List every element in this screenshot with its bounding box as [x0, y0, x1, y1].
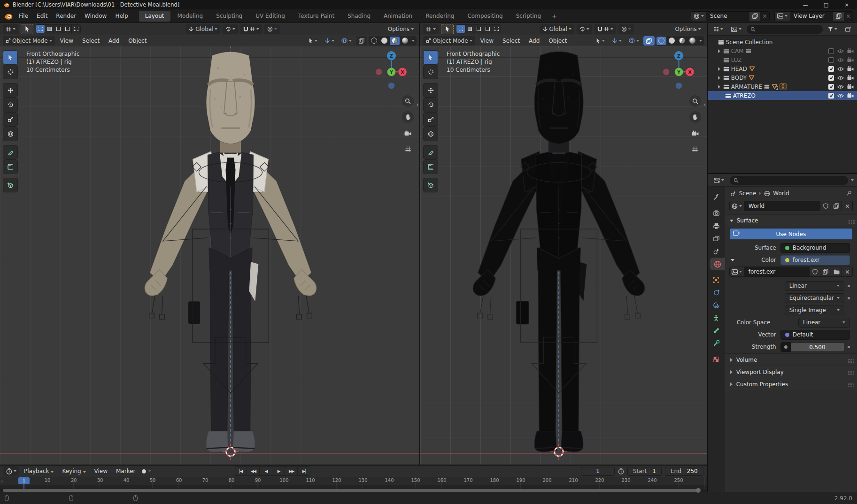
select-mode-intersect[interactable]	[492, 25, 501, 33]
vector-field[interactable]: Default	[780, 330, 850, 340]
active-tool-icon[interactable]	[21, 24, 33, 34]
tool-measure[interactable]	[3, 160, 17, 174]
exclude-checkbox[interactable]	[828, 57, 834, 63]
exclude-checkbox[interactable]	[828, 66, 834, 72]
tab-object-data-armature[interactable]	[708, 312, 725, 324]
gizmos-dropdown[interactable]	[322, 36, 337, 46]
expand-arrow-icon[interactable]	[718, 49, 720, 53]
options-dropdown[interactable]: Options	[385, 24, 417, 34]
editor-type-button[interactable]	[710, 24, 726, 34]
tool-move[interactable]	[3, 84, 17, 97]
scene-browse-button[interactable]	[691, 12, 706, 21]
view-layer-copy-button[interactable]	[833, 12, 844, 21]
object-menu[interactable]: Object	[124, 38, 150, 44]
transform-orientation-dropdown[interactable]: Global	[540, 24, 574, 34]
exclude-checkbox[interactable]	[828, 93, 834, 99]
timeline-view-menu[interactable]: View	[91, 468, 111, 474]
scene-unlink-button[interactable]	[760, 12, 769, 21]
zoom-icon[interactable]	[402, 95, 414, 107]
add-menu[interactable]: Add	[105, 38, 123, 44]
strength-slider[interactable]: 0.500	[780, 342, 844, 352]
exclude-checkbox[interactable]	[828, 75, 834, 81]
render-camera-icon[interactable]	[847, 48, 854, 53]
tab-object[interactable]	[708, 274, 725, 286]
color-space-select[interactable]: Linear	[798, 318, 850, 328]
timeline-track-area[interactable]	[0, 485, 707, 489]
render-camera-icon[interactable]	[847, 66, 854, 71]
view-layer-remove-button[interactable]	[844, 12, 853, 21]
outliner-row-atrezo[interactable]: ATREZO	[708, 91, 857, 100]
tool-transform[interactable]	[424, 127, 438, 141]
tab-rendering[interactable]: Rendering	[419, 11, 460, 22]
tool-scale[interactable]	[3, 113, 17, 126]
options-dropdown[interactable]: Options	[672, 24, 703, 34]
tab-output[interactable]	[708, 220, 725, 232]
select-mode-set[interactable]	[36, 25, 45, 33]
xray-toggle[interactable]	[356, 36, 367, 46]
tab-scene[interactable]	[708, 245, 725, 258]
proportional-editing-toggle[interactable]	[618, 24, 634, 34]
viewport-canvas-right[interactable]: Front Orthographic (1) ATREZO | rig 10 C…	[420, 46, 707, 465]
object-visibility-dropdown[interactable]	[306, 36, 320, 46]
menu-file[interactable]: File	[15, 11, 32, 21]
tool-cursor[interactable]	[3, 65, 17, 79]
active-tool-icon[interactable]	[441, 24, 454, 34]
hide-eye-icon[interactable]	[837, 76, 844, 80]
zoom-icon[interactable]	[689, 95, 701, 107]
tool-select-box[interactable]	[424, 51, 438, 64]
pan-hand-icon[interactable]	[689, 111, 701, 123]
tab-modeling[interactable]: Modeling	[171, 11, 209, 22]
view-layer-name-field[interactable]: View Layer	[790, 13, 833, 19]
snap-toggle[interactable]	[240, 24, 262, 34]
pivot-point-dropdown[interactable]	[223, 24, 238, 34]
panel-drag-grip[interactable]	[848, 371, 849, 373]
tool-rotate[interactable]	[3, 98, 17, 112]
outliner-row-armature[interactable]: ARMATURE 2	[708, 82, 857, 91]
select-mode-set[interactable]	[456, 25, 465, 33]
ortho-toggle-icon[interactable]	[402, 143, 414, 155]
keying-menu[interactable]: Keying	[58, 468, 89, 474]
shading-rendered[interactable]	[400, 37, 410, 45]
next-keyframe-button[interactable]: ▶▶	[285, 467, 297, 475]
tab-uv-editing[interactable]: UV Editing	[249, 11, 291, 22]
select-menu[interactable]: Select	[78, 38, 103, 44]
current-frame-field[interactable]: 1	[581, 467, 615, 476]
new-collection-button[interactable]	[842, 24, 854, 34]
tool-move[interactable]	[424, 84, 438, 97]
exclude-checkbox[interactable]	[828, 48, 834, 54]
shading-material-preview[interactable]	[677, 37, 687, 45]
tab-compositing[interactable]: Compositing	[461, 11, 509, 22]
camera-view-icon[interactable]	[689, 127, 701, 139]
render-camera-icon[interactable]	[847, 57, 854, 62]
hide-eye-icon[interactable]	[837, 58, 844, 62]
tool-scale[interactable]	[424, 113, 438, 126]
menu-help[interactable]: Help	[111, 11, 132, 21]
editor-type-button[interactable]	[3, 466, 19, 476]
breadcrumb-world[interactable]: World	[773, 190, 789, 197]
world-name-field[interactable]: World	[744, 201, 820, 211]
outliner-row-head[interactable]: HEAD	[708, 64, 857, 73]
snap-toggle[interactable]	[594, 24, 616, 34]
menu-window[interactable]: Window	[80, 11, 111, 21]
view-menu[interactable]: View	[477, 38, 497, 44]
xray-toggle[interactable]	[643, 36, 655, 46]
panel-drag-grip[interactable]	[849, 220, 850, 221]
view-layer-browse-button[interactable]	[775, 12, 790, 21]
navigation-gizmo[interactable]: Z Y X	[372, 50, 408, 90]
tool-annotate[interactable]	[424, 145, 438, 159]
image-name-field[interactable]: forest.exr	[744, 267, 810, 277]
render-camera-icon[interactable]	[847, 84, 854, 89]
record-icon[interactable]	[142, 469, 146, 473]
view-layer-selector[interactable]: View Layer	[774, 11, 853, 21]
tool-rotate[interactable]	[424, 98, 438, 112]
properties-search-input[interactable]	[730, 176, 848, 185]
source-select[interactable]: Single Image	[785, 305, 844, 315]
color-input-field[interactable]: forest.exr	[780, 255, 850, 265]
expand-arrow-icon[interactable]	[718, 76, 720, 80]
shading-wireframe[interactable]	[656, 37, 666, 45]
outliner-row-luz[interactable]: LUZ	[708, 55, 857, 64]
tab-bone[interactable]	[708, 324, 725, 337]
tool-add-cube[interactable]	[3, 178, 17, 192]
pan-hand-icon[interactable]	[402, 111, 414, 123]
frame-start-field[interactable]: Start1	[627, 467, 662, 476]
